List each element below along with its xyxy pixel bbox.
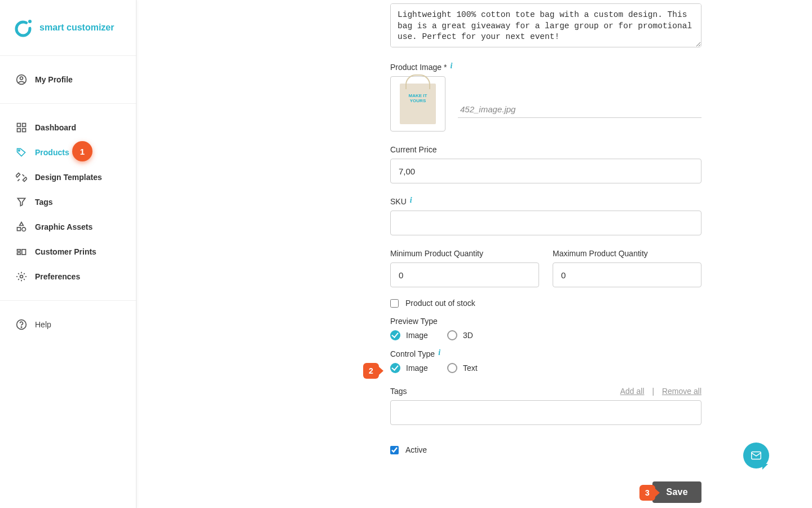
tags-label: Tags <box>390 387 407 396</box>
prints-icon <box>16 246 27 257</box>
contact-fab[interactable] <box>743 443 769 468</box>
save-button[interactable]: Save <box>652 481 701 503</box>
product-image-label: Product Image * i <box>390 63 701 72</box>
svg-point-16 <box>21 327 21 327</box>
sku-input[interactable] <box>390 211 701 235</box>
tag-icon <box>16 147 27 158</box>
active-label: Active <box>405 445 427 454</box>
out-of-stock-label: Product out of stock <box>405 299 475 308</box>
sidebar-item-help[interactable]: Help <box>0 312 136 337</box>
help-icon <box>16 319 27 330</box>
control-type-image[interactable]: Image <box>390 363 428 373</box>
sku-label: SKU i <box>390 197 701 206</box>
svg-point-0 <box>16 22 30 36</box>
sidebar-item-design-templates[interactable]: Design Templates <box>0 165 136 190</box>
radio-icon <box>447 363 457 373</box>
svg-rect-9 <box>17 227 21 231</box>
mail-icon <box>750 449 762 462</box>
callout-badge-1: 1 <box>72 141 92 161</box>
sidebar-item-label: Graphic Assets <box>35 222 92 231</box>
max-qty-input[interactable] <box>553 262 701 287</box>
svg-rect-13 <box>22 249 26 255</box>
current-price-label: Current Price <box>390 145 701 154</box>
grid-icon <box>16 122 27 133</box>
sidebar-item-dashboard[interactable]: Dashboard <box>0 115 136 140</box>
sidebar-item-label: Preferences <box>35 272 80 281</box>
sidebar-item-graphic-assets[interactable]: Graphic Assets <box>0 214 136 239</box>
sidebar-item-label: Design Templates <box>35 173 102 182</box>
sidebar-item-label: Help <box>35 320 51 329</box>
svg-rect-11 <box>17 249 21 251</box>
logo-icon <box>14 18 33 37</box>
sidebar-item-preferences[interactable]: Preferences <box>0 264 136 289</box>
svg-point-10 <box>22 227 26 231</box>
sidebar-item-tags[interactable]: Tags <box>0 190 136 214</box>
tools-icon <box>16 172 27 183</box>
preview-type-3d[interactable]: 3D <box>447 330 473 340</box>
tags-input[interactable] <box>390 400 701 425</box>
preview-type-label: Preview Type <box>390 317 701 326</box>
sidebar-item-label: Tags <box>35 198 53 207</box>
user-icon <box>16 74 27 85</box>
product-form: Lightweight 100% cotton tote bag with a … <box>390 0 701 503</box>
tags-add-all-link[interactable]: Add all <box>620 387 645 396</box>
svg-point-8 <box>19 150 20 151</box>
gear-icon <box>16 271 27 282</box>
image-filename: 452_image.jpg <box>458 101 701 118</box>
sidebar-item-label: Dashboard <box>35 123 76 132</box>
sidebar-item-label: Customer Prints <box>35 247 96 256</box>
sidebar-item-customer-prints[interactable]: Customer Prints <box>0 239 136 264</box>
description-textarea[interactable]: Lightweight 100% cotton tote bag with a … <box>390 3 701 47</box>
svg-point-14 <box>20 275 23 278</box>
radio-icon <box>390 330 400 340</box>
svg-rect-7 <box>23 129 26 132</box>
callout-badge-2: 2 <box>363 363 379 379</box>
svg-rect-5 <box>23 124 26 127</box>
svg-rect-4 <box>17 124 21 127</box>
main-content: Lightweight 100% cotton tote bag with a … <box>136 0 812 508</box>
max-qty-label: Maximum Product Quantity <box>553 249 701 258</box>
svg-rect-12 <box>17 253 21 255</box>
svg-rect-6 <box>17 129 21 132</box>
callout-badge-3: 3 <box>639 485 655 501</box>
info-icon[interactable]: i <box>410 196 412 205</box>
svg-point-1 <box>28 20 32 23</box>
sidebar-item-my-profile[interactable]: My Profile <box>0 67 136 92</box>
control-type-label: Control Type i <box>390 349 701 358</box>
min-qty-label: Minimum Product Quantity <box>390 249 539 258</box>
radio-icon <box>447 330 457 340</box>
brand-logo[interactable]: smart customizer <box>0 0 136 56</box>
info-icon[interactable]: i <box>451 62 453 71</box>
min-qty-input[interactable] <box>390 262 539 287</box>
svg-rect-17 <box>752 452 761 459</box>
shapes-icon <box>16 221 27 233</box>
out-of-stock-checkbox[interactable] <box>390 299 399 308</box>
svg-point-3 <box>20 77 23 80</box>
current-price-input[interactable] <box>390 159 701 183</box>
active-checkbox[interactable] <box>390 446 399 454</box>
sidebar-item-label: My Profile <box>35 75 73 84</box>
sidebar: smart customizer My Profile Dashboard Pr… <box>0 0 136 508</box>
info-icon[interactable]: i <box>438 348 440 357</box>
brand-name: smart customizer <box>39 23 114 33</box>
filter-icon <box>16 196 27 208</box>
preview-type-image[interactable]: Image <box>390 330 428 340</box>
sidebar-item-label: Products <box>35 148 69 157</box>
sidebar-item-products[interactable]: Products 1 <box>0 140 136 165</box>
tags-remove-all-link[interactable]: Remove all <box>662 387 701 396</box>
control-type-text[interactable]: Text <box>447 363 478 373</box>
radio-icon <box>390 363 400 373</box>
product-image-thumbnail[interactable]: MAKE ITYOURS <box>390 76 445 132</box>
